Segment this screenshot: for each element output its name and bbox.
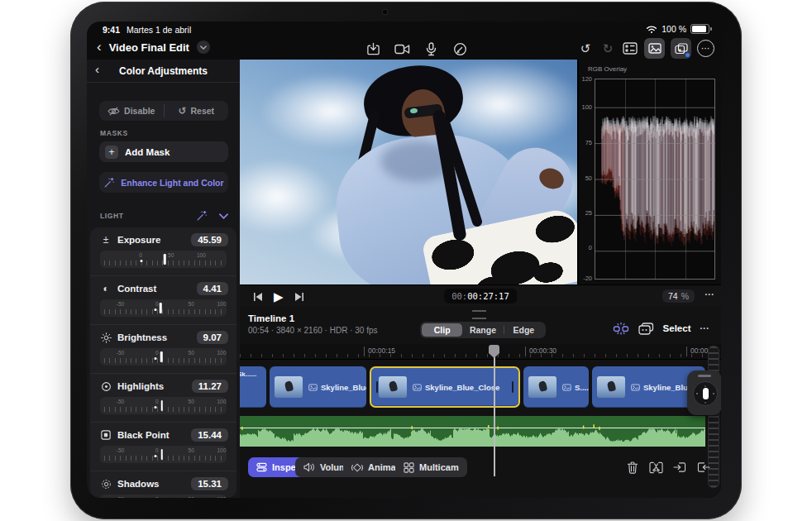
play-button[interactable]: ▶ bbox=[274, 290, 284, 303]
edit-mode-segmented-control: Clip Range Edge bbox=[420, 322, 546, 338]
back-chevron-icon[interactable]: ‹ bbox=[97, 39, 102, 55]
slider-value[interactable]: 45.59 bbox=[191, 233, 228, 246]
clip-thumbnail bbox=[275, 376, 303, 398]
battery-percent: 100 % bbox=[662, 24, 686, 34]
slider-value[interactable]: 11.27 bbox=[192, 380, 228, 393]
zoom-unit: % bbox=[681, 291, 689, 301]
viewer-more-button[interactable]: ··· bbox=[705, 290, 715, 299]
add-mask-button[interactable]: + Add Mask bbox=[99, 141, 228, 162]
slider-brightness: Brightness 9.07 -50050100 bbox=[90, 324, 236, 373]
effects-active-dot bbox=[685, 53, 690, 57]
magnetic-timeline-icon[interactable] bbox=[613, 322, 629, 335]
clip-media-icon bbox=[413, 384, 422, 391]
content-area: ‹ Color Adjustments Disable ↺ bbox=[87, 60, 721, 498]
timeline-drag-handle[interactable] bbox=[472, 310, 486, 319]
clip-skyline-blue-close-selected[interactable]: Skyline_Blue_Close bbox=[370, 366, 520, 408]
clip-skyline-partial[interactable]: Sk...... bbox=[240, 366, 266, 408]
panel-title: Color Adjustments bbox=[87, 65, 240, 77]
clip-skyline-blue-wide[interactable]: Skyline_Blue_Wide bbox=[270, 366, 366, 408]
scope-y-label: 75 bbox=[580, 139, 592, 146]
slider-name: Shadows bbox=[117, 479, 159, 489]
effects-button[interactable] bbox=[671, 38, 691, 59]
black-point-slider-track[interactable]: -50050100 bbox=[100, 446, 227, 463]
exposure-icon: ± bbox=[100, 234, 112, 246]
light-section-label: LIGHT bbox=[100, 212, 124, 220]
mode-clip[interactable]: Clip bbox=[422, 323, 462, 337]
append-clip-button[interactable] bbox=[696, 460, 711, 475]
import-button[interactable] bbox=[365, 40, 381, 58]
clip-media-icon bbox=[308, 384, 318, 391]
scope-plot bbox=[595, 79, 715, 280]
clip-media-icon bbox=[631, 384, 640, 391]
timeline-more-button[interactable]: ··· bbox=[700, 324, 710, 333]
battery-icon bbox=[690, 24, 709, 34]
enhance-label: Enhance Light and Color bbox=[121, 178, 223, 188]
light-section-header: LIGHT bbox=[100, 208, 228, 223]
contrast-slider-track[interactable]: -50050100 bbox=[100, 299, 227, 317]
insert-overwrite-button[interactable] bbox=[672, 460, 687, 475]
timeline-section: Timeline 1 00:54 · 3840 × 2160 · HDR · 3… bbox=[240, 307, 721, 498]
exposure-slider-track[interactable]: 050100 bbox=[100, 251, 227, 268]
light-sliders-group: ± Exposure 45.59 050100 ◐ bbox=[90, 227, 236, 498]
blade-split-button[interactable] bbox=[648, 460, 663, 475]
clip-label: Skyline_Blue_Wide bbox=[321, 383, 366, 392]
clip-thumbnail bbox=[379, 376, 407, 398]
ruler-label: 00:00:30 bbox=[525, 347, 556, 356]
enhance-light-color-button[interactable]: Enhance Light and Color bbox=[99, 172, 228, 193]
more-options-button[interactable]: ··· bbox=[697, 40, 714, 57]
skip-back-button[interactable] bbox=[253, 292, 263, 302]
select-tool-icon[interactable] bbox=[638, 323, 654, 335]
light-wand-icon[interactable] bbox=[196, 210, 208, 222]
slider-value[interactable]: 4.41 bbox=[197, 282, 228, 295]
highlights-slider-track[interactable]: -50050100 bbox=[100, 397, 227, 414]
reset-button[interactable]: ↺ Reset bbox=[165, 101, 229, 121]
viewer-zoom-control[interactable]: 74 % bbox=[662, 289, 695, 303]
clip-s-partial[interactable]: S...... bbox=[523, 366, 589, 408]
camera-button[interactable] bbox=[394, 40, 410, 58]
light-collapse-chevron-icon[interactable] bbox=[219, 213, 228, 219]
ipad-device: 9:41 Martes 1 de abril 100 % ‹ bbox=[70, 2, 742, 519]
slider-value[interactable]: 9.07 bbox=[197, 331, 228, 344]
slider-name: Brightness bbox=[117, 332, 167, 342]
multicam-button[interactable]: Multicam bbox=[395, 457, 467, 477]
microphone-button[interactable] bbox=[423, 40, 439, 58]
timecode-hours: 00: bbox=[451, 291, 467, 301]
slider-value[interactable]: 15.44 bbox=[191, 428, 228, 442]
undo-button[interactable]: ↺ bbox=[577, 40, 594, 58]
jog-dial[interactable] bbox=[693, 381, 718, 406]
keyframe-icon bbox=[351, 462, 363, 473]
brightness-icon bbox=[100, 332, 112, 343]
clip-label: Sk...... bbox=[240, 370, 256, 378]
audio-track[interactable] bbox=[240, 416, 705, 447]
pencil-button[interactable] bbox=[451, 40, 468, 58]
redo-button[interactable]: ↻ bbox=[599, 40, 616, 58]
project-title[interactable]: Video Final Edit bbox=[109, 41, 189, 54]
media-browser-button[interactable] bbox=[644, 38, 665, 59]
scope-y-label: 100 bbox=[580, 103, 592, 111]
title-dropdown-button[interactable] bbox=[197, 41, 210, 54]
zoom-value: 74 bbox=[668, 291, 678, 301]
skip-forward-button[interactable] bbox=[294, 292, 304, 302]
inspect-icon bbox=[256, 462, 267, 472]
slider-value[interactable]: 15.31 bbox=[191, 477, 228, 490]
select-button[interactable]: Select bbox=[663, 323, 691, 333]
timecode-display[interactable]: 00:00:27:17 bbox=[444, 289, 517, 304]
jog-wheel[interactable] bbox=[687, 370, 721, 415]
video-preview[interactable] bbox=[240, 60, 577, 284]
timeline-ruler[interactable]: 00:00:15 00:00:30 00:00:45 bbox=[240, 344, 721, 360]
scope-y-label: 0 bbox=[580, 244, 592, 251]
mode-range[interactable]: Range bbox=[462, 323, 503, 337]
masks-section-label: MASKS bbox=[100, 129, 128, 137]
video-track: Sk...... Skyline_Blue_Wide bbox=[240, 366, 721, 408]
scope-y-label: 120 bbox=[580, 75, 592, 83]
mode-edge[interactable]: Edge bbox=[504, 323, 544, 337]
jog-grab-bar bbox=[698, 375, 711, 377]
brightness-slider-track[interactable]: -50050100 bbox=[100, 348, 227, 366]
front-camera bbox=[383, 10, 387, 14]
scope-title: RGB Overlay bbox=[588, 65, 627, 73]
delete-button[interactable] bbox=[625, 460, 640, 475]
slider-black-point: Black Point 15.44 -50050100 bbox=[90, 422, 236, 471]
browser-button[interactable] bbox=[622, 40, 638, 58]
disable-button[interactable]: Disable bbox=[99, 101, 164, 121]
shadows-slider-track[interactable]: -50050100 bbox=[100, 495, 227, 498]
